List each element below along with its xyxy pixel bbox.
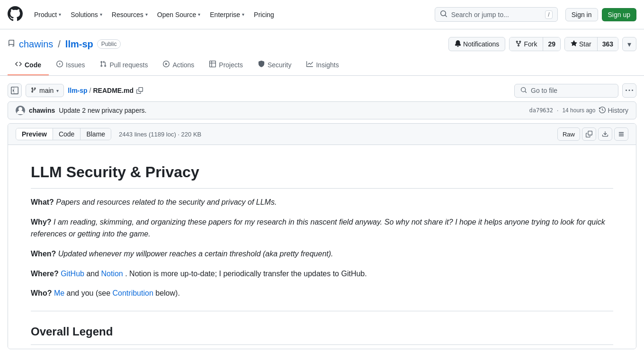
when-paragraph: When? Updated whenever my willpower reac… <box>31 248 613 260</box>
breadcrumb-file: README.md <box>93 87 134 94</box>
when-text: Updated whenever my willpower reaches a … <box>58 250 333 258</box>
repo-name-link[interactable]: llm-sp <box>65 39 93 50</box>
branch-icon <box>31 87 36 94</box>
nav-enterprise[interactable]: Enterprise ▾ <box>206 8 248 21</box>
file-viewer: Preview Code Blame 2443 lines (1189 loc)… <box>8 123 636 349</box>
sign-up-button[interactable]: Sign up <box>602 8 636 21</box>
search-icon <box>520 87 527 95</box>
nav-pricing[interactable]: Pricing <box>250 8 278 21</box>
chevron-down-icon: ▾ <box>59 12 61 17</box>
tab-security[interactable]: Security <box>250 55 299 75</box>
more-file-options-button[interactable] <box>622 83 636 98</box>
chevron-down-icon: ▾ <box>100 12 102 17</box>
copy-path-button[interactable] <box>135 86 144 95</box>
outline-button[interactable] <box>614 127 628 141</box>
sidebar-toggle-button[interactable] <box>8 83 22 98</box>
tab-actions-label: Actions <box>172 61 194 69</box>
more-options-button[interactable]: ▾ <box>622 37 636 51</box>
fork-button[interactable]: Fork <box>510 37 543 51</box>
file-action-buttons: Raw <box>557 127 628 141</box>
file-viewer-header: Preview Code Blame 2443 lines (1189 loc)… <box>8 124 636 145</box>
file-toolbar: main ▾ llm-sp / README.md Go to file <box>0 76 644 101</box>
legend-title: Overall Legend <box>31 323 613 345</box>
table-icon <box>209 61 216 69</box>
copy-raw-button[interactable] <box>582 127 596 141</box>
tab-pull-requests-label: Pull requests <box>109 61 148 69</box>
code-view-button[interactable]: Code <box>53 128 80 140</box>
branch-name: main <box>39 87 54 94</box>
star-button[interactable]: Star <box>565 37 597 51</box>
visibility-badge: Public <box>97 39 121 49</box>
tab-insights[interactable]: Insights <box>299 55 346 75</box>
star-icon <box>571 40 577 48</box>
commit-sha: da79632 <box>529 107 553 114</box>
why-paragraph: Why? I am reading, skimming, and organiz… <box>31 216 613 240</box>
chevron-down-icon: ▾ <box>242 12 244 17</box>
pull-request-icon <box>100 61 107 69</box>
tab-code[interactable]: Code <box>8 55 49 75</box>
history-label: History <box>608 107 628 114</box>
blame-button[interactable]: Blame <box>80 128 111 140</box>
search-icon <box>440 10 447 19</box>
commit-row: chawins Update 2 new privacy papers. da7… <box>8 101 636 119</box>
bell-icon <box>455 40 461 48</box>
fork-icon <box>515 40 522 48</box>
fork-button-group: Fork 29 <box>509 37 561 51</box>
notifications-button[interactable]: Notifications <box>448 37 505 51</box>
tab-projects[interactable]: Projects <box>202 55 250 75</box>
where-paragraph: Where? GitHub and Notion . Notion is mor… <box>31 268 613 280</box>
commit-time: 14 hours ago <box>562 107 595 114</box>
view-button-group: Preview Code Blame <box>16 128 111 140</box>
search-bar[interactable]: Search or jump to... / <box>435 7 558 22</box>
tab-pull-requests[interactable]: Pull requests <box>92 55 155 75</box>
repo-tabs: Code Issues Pull requests Actions Projec… <box>0 55 644 76</box>
tab-security-label: Security <box>268 61 292 69</box>
goto-file-search[interactable]: Go to file <box>514 84 618 98</box>
avatar <box>16 106 25 115</box>
where-and: and <box>86 270 101 278</box>
contribution-link[interactable]: Contribution <box>113 289 153 297</box>
commit-message-link[interactable]: Update 2 new privacy papers. <box>59 107 146 114</box>
content-divider <box>31 311 613 311</box>
what-label: What? <box>31 198 54 206</box>
breadcrumb: llm-sp / README.md <box>68 86 144 95</box>
preview-button[interactable]: Preview <box>16 128 53 140</box>
notion-link[interactable]: Notion <box>101 270 123 278</box>
history-link[interactable]: History <box>599 107 628 115</box>
why-text: I am reading, skimming, and organizing t… <box>31 218 605 238</box>
history-icon <box>599 107 606 115</box>
who-below: below). <box>155 289 180 297</box>
repo-owner-link[interactable]: chawins <box>19 39 53 50</box>
nav-resources[interactable]: Resources ▾ <box>108 8 152 21</box>
tab-issues[interactable]: Issues <box>49 55 92 75</box>
github-logo[interactable] <box>8 6 23 23</box>
sign-in-button[interactable]: Sign in <box>565 8 598 21</box>
tab-issues-label: Issues <box>66 61 85 69</box>
commit-author: chawins <box>29 107 55 114</box>
auth-buttons: Sign in Sign up <box>565 8 636 21</box>
nav-solutions[interactable]: Solutions ▾ <box>67 8 106 21</box>
what-paragraph: What? Papers and resources related to th… <box>31 196 613 208</box>
tab-insights-label: Insights <box>316 61 339 69</box>
fork-count: 29 <box>543 37 560 51</box>
branch-selector[interactable]: main ▾ <box>26 84 64 97</box>
who-text: and you (see <box>67 289 113 297</box>
readme-title: LLM Security & Privacy <box>31 160 613 189</box>
tab-actions[interactable]: Actions <box>155 55 202 75</box>
code-icon <box>15 61 22 69</box>
tab-code-label: Code <box>25 61 41 69</box>
commit-dot: · <box>557 107 558 114</box>
nav-product[interactable]: Product ▾ <box>30 8 65 21</box>
breadcrumb-root-link[interactable]: llm-sp <box>68 87 87 94</box>
nav-open-source[interactable]: Open Source ▾ <box>153 8 205 21</box>
me-link[interactable]: Me <box>54 289 64 297</box>
download-button[interactable] <box>598 127 612 141</box>
who-paragraph: Who? Me and you (see Contribution below)… <box>31 287 613 299</box>
issues-icon <box>56 61 63 69</box>
raw-button[interactable]: Raw <box>557 127 580 141</box>
github-link[interactable]: GitHub <box>61 270 84 278</box>
top-nav: Product ▾ Solutions ▾ Resources ▾ Open S… <box>0 0 644 29</box>
when-label: When? <box>31 250 56 258</box>
where-label: Where? <box>31 270 59 278</box>
star-button-group: Star 363 <box>564 37 618 51</box>
